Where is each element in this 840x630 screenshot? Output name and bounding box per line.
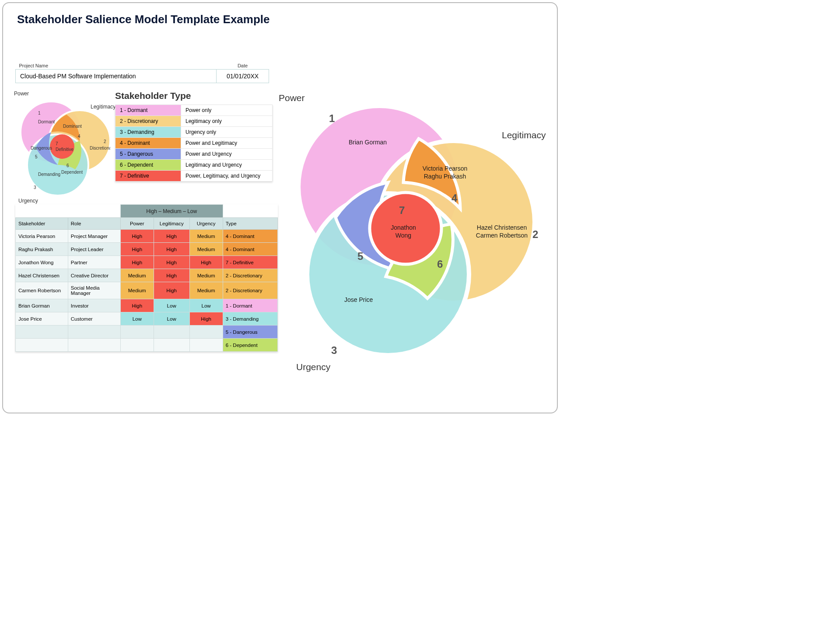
svg-text:7: 7: [56, 141, 58, 146]
big-power-label: Power: [279, 93, 305, 103]
type-desc-4: Power and Legitimacy: [181, 138, 273, 149]
type-row-1: 1 - Dormant: [116, 105, 181, 116]
type-row-4: 4 - Dominant: [116, 138, 181, 149]
stakeholder-main-table: High – Medium – Low Stakeholder Role Pow…: [15, 204, 278, 352]
small-urgency-label: Urgency: [18, 198, 38, 204]
stakeholder-type-table: 1 - DormantPower only2 - DiscretionaryLe…: [115, 105, 273, 182]
svg-text:Demanding: Demanding: [38, 172, 60, 177]
table-row: Jonathon WongPartnerHighHighHigh7 - Defi…: [16, 256, 278, 269]
region-3-name: Jose Price: [344, 296, 373, 303]
region-7-name-b: Wong: [382, 232, 425, 239]
col-urgency: Urgency: [189, 218, 223, 230]
col-role: Role: [68, 218, 120, 230]
small-venn-legend: 1 Dormant Dominant 4 Discretionary 2 7 D…: [14, 91, 110, 204]
stakeholder-type-heading: Stakeholder Type: [115, 91, 191, 101]
type-desc-1: Power only: [181, 105, 273, 116]
type-row-6: 6 - Dependent: [116, 160, 181, 171]
rating-caption: High – Medium – Low: [120, 205, 223, 218]
svg-text:Dependent: Dependent: [61, 170, 83, 175]
small-legitimacy-label: Legitimacy: [91, 104, 116, 110]
region-7-name-a: Jonathon: [382, 224, 425, 231]
date-value: 01/01/20XX: [217, 70, 269, 83]
project-name-value: Cloud-Based PM Software Implementation: [16, 70, 217, 83]
large-venn-diagram: Power Legitimacy Urgency 1 2 3 4 5 6 7 B…: [279, 77, 559, 384]
svg-text:2: 2: [104, 139, 106, 144]
region-4-name-b: Raghu Prakash: [414, 173, 476, 180]
table-row: Raghu PrakashProject LeaderHighHighMediu…: [16, 243, 278, 256]
svg-text:Definitive: Definitive: [56, 147, 74, 152]
region-6-num: 6: [437, 258, 443, 270]
svg-text:4: 4: [78, 134, 80, 139]
project-info-table: Project Name Date Cloud-Based PM Softwar…: [15, 62, 269, 83]
region-2-num: 2: [532, 228, 538, 241]
region-1-num: 1: [329, 112, 335, 125]
type-desc-2: Legitimacy only: [181, 116, 273, 127]
region-2-name-a: Hazel Christensen: [471, 224, 532, 231]
svg-point-3: [50, 134, 74, 159]
region-5-num: 5: [357, 250, 363, 262]
region-4-name-a: Victoria Pearson: [414, 165, 476, 172]
small-power-label: Power: [14, 91, 29, 97]
region-7-num: 7: [399, 204, 405, 217]
big-urgency-label: Urgency: [296, 362, 330, 372]
type-desc-3: Urgency only: [181, 127, 273, 138]
region-4-num: 4: [452, 192, 457, 204]
page-title: Stakeholder Salience Model Template Exam…: [17, 13, 270, 26]
col-stakeholder: Stakeholder: [16, 218, 68, 230]
svg-text:Discretionary: Discretionary: [90, 146, 110, 150]
type-desc-5: Power and Urgency: [181, 149, 273, 160]
date-header: Date: [217, 62, 269, 70]
type-desc-7: Power, Legitimacy, and Urgency: [181, 171, 273, 182]
svg-text:1: 1: [38, 111, 41, 116]
region-3-num: 3: [331, 344, 337, 357]
table-row: Jose PriceCustomerLowLowHigh3 - Demandin…: [16, 312, 278, 326]
table-row: Victoria PearsonProject ManagerHighHighM…: [16, 230, 278, 243]
svg-text:Dominant: Dominant: [63, 124, 82, 129]
table-row: Brian GormanInvestorHighLowLow1 - Dorman…: [16, 299, 278, 312]
region-1-name: Brian Gorman: [349, 139, 387, 146]
svg-text:3: 3: [34, 185, 36, 190]
svg-text:6: 6: [66, 163, 69, 168]
type-desc-6: Legitimacy and Urgency: [181, 160, 273, 171]
region-2-name-b: Carmen Robertson: [471, 232, 532, 239]
svg-text:Dormant: Dormant: [38, 119, 55, 124]
svg-text:5: 5: [35, 154, 38, 159]
type-row-5: 5 - Dangerous: [116, 149, 181, 160]
type-row-3: 3 - Demanding: [116, 127, 181, 138]
col-power: Power: [120, 218, 154, 230]
big-legitimacy-label: Legitimacy: [502, 130, 546, 140]
page-frame: Stakeholder Salience Model Template Exam…: [2, 2, 558, 413]
svg-text:Dangerous: Dangerous: [31, 146, 52, 150]
col-type: Type: [223, 218, 277, 230]
project-name-header: Project Name: [16, 62, 217, 70]
col-legitimacy: Legitimacy: [154, 218, 189, 230]
table-row: 6 - Dependent: [16, 339, 278, 352]
table-row: Carmen RobertsonSocial Media ManagerMedi…: [16, 282, 278, 299]
table-row: Hazel ChristensenCreative DirectorMedium…: [16, 269, 278, 282]
table-row: 5 - Dangerous: [16, 326, 278, 339]
type-row-7: 7 - Definitive: [116, 171, 181, 182]
type-row-2: 2 - Discretionary: [116, 116, 181, 127]
